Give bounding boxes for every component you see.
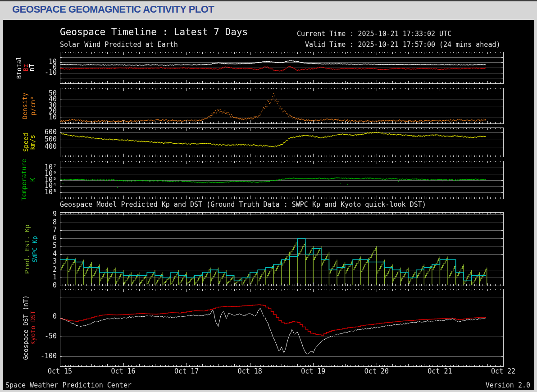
- y-tick-label: -100: [30, 353, 57, 360]
- footer-version: Version 2.0: [486, 382, 530, 389]
- y-tick-label: 3: [30, 258, 57, 265]
- chart-canvas: [0, 1, 537, 392]
- chart-title: Geospace Timeline : Latest 7 Days: [60, 27, 248, 37]
- plot-container: Geospace Timeline : Latest 7 Days Curren…: [3, 20, 534, 390]
- x-tick-label: Oct 22: [485, 368, 521, 375]
- y-tick-label: 8: [30, 219, 57, 226]
- panel-left-label: Btotal: [16, 56, 22, 79]
- footer-credit: Space Weather Prediction Center: [5, 382, 132, 389]
- chart-subtitle: Solar Wind Predicted at Earth: [60, 41, 178, 48]
- y-tick-label: 10³: [30, 189, 57, 196]
- panel-left-label: Pred. Est. Kp: [24, 224, 30, 274]
- y-tick-label: 6: [30, 235, 57, 242]
- y-tick-label: 7: [30, 227, 57, 233]
- y-tick-label: 10: [30, 114, 57, 121]
- y-tick-label: -10: [30, 69, 57, 76]
- current-time-label: Current Time : 2025-10-21 17:33:02 UTC: [297, 31, 451, 37]
- y-tick-label: 5: [30, 242, 57, 249]
- geospace-activity-page: GEOSPACE GEOMAGNETIC ACTIVITY PLOT Geosp…: [0, 0, 537, 392]
- y-tick-label: 9: [30, 211, 57, 218]
- x-tick-label: Oct 15: [42, 368, 78, 375]
- y-tick-label: 600: [30, 129, 57, 136]
- valid-time-label: Valid Time : 2025-10-21 17:57:00 (24 min…: [305, 41, 500, 48]
- y-tick-label: 500: [30, 136, 57, 143]
- y-tick-label: 400: [30, 143, 57, 150]
- x-tick-label: Oct 16: [105, 368, 141, 375]
- panel-left-label: Geospace DST (nT): [23, 295, 29, 360]
- x-tick-label: Oct 21: [422, 368, 458, 375]
- mid-title: Geospace Model Predicted Kp and DST (Gro…: [60, 201, 426, 208]
- x-tick-label: Oct 19: [295, 368, 331, 375]
- panel-left-label: Temperature: [21, 159, 27, 201]
- panel-left-label: Speed: [23, 132, 29, 151]
- y-tick-label: -50: [30, 333, 57, 340]
- x-tick-label: Oct 17: [168, 368, 205, 375]
- y-tick-label: 1: [30, 274, 57, 281]
- y-tick-label: 0: [30, 313, 57, 320]
- x-tick-label: Oct 20: [359, 368, 395, 375]
- y-tick-label: 0: [30, 282, 57, 289]
- x-tick-label: Oct 18: [232, 368, 268, 375]
- y-tick-label: 4: [30, 251, 57, 257]
- panel-left-label: Density: [22, 92, 28, 119]
- y-tick-label: 2: [30, 266, 57, 273]
